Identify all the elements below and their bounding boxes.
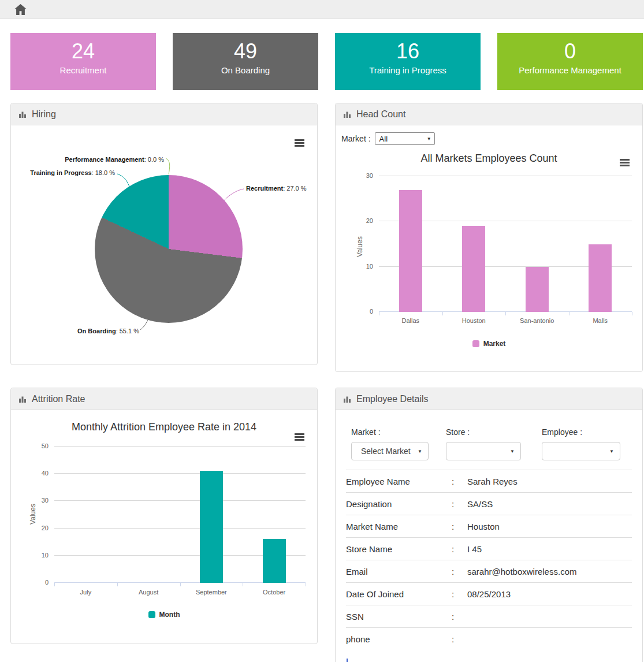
stat-label: On Boarding <box>173 65 318 75</box>
market-select-value: Select Market <box>361 447 411 456</box>
table-row: SSN: <box>346 605 632 627</box>
legend-item[interactable]: Market <box>336 340 642 348</box>
head-count-bar-chart: All Markets Employees Count Values 01020… <box>336 151 642 348</box>
stat-card-training-in-progress[interactable]: 16Training in Progress <box>335 33 481 90</box>
row-separator: : <box>452 612 467 622</box>
stat-label: Training in Progress <box>335 65 481 75</box>
row-label: phone <box>346 634 452 644</box>
x-category-label: Houston <box>442 317 506 324</box>
table-row: Email:sarahr@hotboxwireless.com <box>346 560 632 582</box>
plot-area: 01020304050 <box>54 447 306 583</box>
y-tick-label: 50 <box>42 442 49 449</box>
stat-cards: 24Recruitment49On Boarding16Training in … <box>10 33 643 90</box>
pie[interactable] <box>95 175 243 323</box>
stat-card-performance-management[interactable]: 0Performance Management <box>497 33 643 90</box>
row-label: Date Of Joined <box>346 589 452 599</box>
x-tick <box>243 583 243 586</box>
panel-title: Employee Details <box>356 394 429 404</box>
row-label: Market Name <box>346 522 452 531</box>
market-select[interactable]: Select Market ▼ <box>351 442 429 460</box>
bar-october[interactable] <box>263 539 286 583</box>
y-tick-label: 10 <box>42 552 49 559</box>
panel-head-count-header: Head Count <box>336 103 642 125</box>
stat-value: 0 <box>497 39 643 64</box>
row-separator: : <box>452 567 467 577</box>
employee-filters: Market : Select Market ▼ Store : ▼ Emplo… <box>351 427 642 460</box>
bar-september[interactable] <box>200 471 223 583</box>
table-row: Designation:SA/SS <box>346 492 632 515</box>
pie-label-performance-management: Performance Management: 0.0 % <box>11 156 164 163</box>
y-tick-label: 10 <box>366 263 373 270</box>
stat-card-recruitment[interactable]: 24Recruitment <box>10 33 156 90</box>
attrition-chart-area: Monthly Attrition Employee Rate in 2014 … <box>11 419 317 644</box>
panel-title: Attrition Rate <box>32 394 85 404</box>
employee-details-area: Market : Select Market ▼ Store : ▼ Emplo… <box>336 427 642 662</box>
y-tick-label: 0 <box>45 579 49 586</box>
row-separator: : <box>452 477 467 486</box>
chevron-down-icon: ▼ <box>609 449 614 454</box>
bar-dallas[interactable] <box>399 190 422 313</box>
row-label: SSN <box>346 612 452 622</box>
legend-item[interactable]: Month <box>11 611 317 619</box>
row-separator: : <box>452 544 467 554</box>
panel-title: Head Count <box>356 109 405 120</box>
employee-filter-label: Employee : <box>542 427 620 437</box>
pie-chart: Performance Management: 0.0 % Training i… <box>11 125 317 365</box>
x-tick <box>632 312 632 315</box>
panel-attrition-header: Attrition Rate <box>11 388 317 410</box>
x-tick <box>379 312 379 315</box>
chevron-down-icon: ▼ <box>418 449 422 454</box>
legend-swatch <box>148 611 155 618</box>
store-select[interactable]: ▼ <box>446 442 521 460</box>
dashboard-grid: Hiring Performance Management: 0.0 % Tra… <box>10 103 644 662</box>
legend-label: Month <box>159 611 180 619</box>
bar-san-antonio[interactable] <box>526 267 549 312</box>
employee-filter-group: Employee : ▼ <box>542 427 620 460</box>
x-axis-labels: JulyAugustSeptemberOctober <box>54 589 306 596</box>
panel-attrition-rate: Attrition Rate Monthly Attrition Employe… <box>10 388 318 644</box>
market-filter-label: Market : <box>351 427 429 437</box>
bar-houston[interactable] <box>462 226 485 312</box>
panel-hiring: Hiring Performance Management: 0.0 % Tra… <box>10 103 318 365</box>
row-label: Employee Name <box>346 477 452 486</box>
plot-area: 0102030 <box>379 176 632 312</box>
bar-column <box>180 447 243 583</box>
home-icon[interactable] <box>13 2 28 16</box>
panel-head-count: Head Count Market : All ▼ All Markets Em… <box>335 103 643 372</box>
chart-title: Monthly Attrition Employee Rate in 2014 <box>11 419 317 434</box>
employee-select[interactable]: ▼ <box>542 442 620 460</box>
x-category-label: October <box>243 589 306 596</box>
x-tick <box>54 583 55 586</box>
stat-value: 24 <box>10 39 156 64</box>
bar-column <box>54 447 117 583</box>
store-filter-group: Store : ▼ <box>446 427 521 460</box>
chevron-down-icon: ▼ <box>427 136 431 142</box>
row-separator: : <box>452 634 467 644</box>
stat-value: 49 <box>173 39 318 64</box>
x-category-label: San-antonio <box>505 317 569 324</box>
y-tick-label: 30 <box>42 497 49 504</box>
y-tick-label: 30 <box>366 172 373 179</box>
bar-chart-icon <box>18 110 27 118</box>
table-row: phone: <box>346 627 632 650</box>
bars <box>54 447 306 583</box>
bar-chart-icon <box>343 395 352 403</box>
text-cursor <box>347 659 348 662</box>
bar-malls[interactable] <box>589 244 612 313</box>
bar-column <box>117 447 180 583</box>
bar-column <box>379 176 442 312</box>
row-label: Designation <box>346 499 452 509</box>
row-value: SA/SS <box>467 499 632 509</box>
y-tick-label: 20 <box>366 217 373 224</box>
y-axis-title: Values <box>29 504 37 525</box>
pie-label-training-in-progress: Training in Progress: 18.0 % <box>11 169 115 176</box>
head-count-chart-area: Market : All ▼ All Markets Employees Cou… <box>336 132 642 371</box>
stat-card-on-boarding[interactable]: 49On Boarding <box>173 33 318 90</box>
legend-label: Market <box>483 340 506 348</box>
stat-label: Performance Management <box>497 65 643 75</box>
top-nav-bar <box>0 0 644 19</box>
x-tick <box>180 583 181 586</box>
row-separator: : <box>452 589 467 599</box>
x-tick <box>306 583 306 586</box>
market-filter-select[interactable]: All ▼ <box>375 132 435 145</box>
